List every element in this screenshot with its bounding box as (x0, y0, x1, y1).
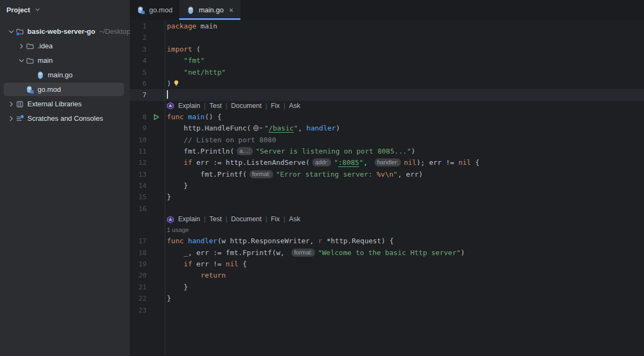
ai-actions: Explain|Test|Document|Fix|Ask (165, 101, 644, 111)
code-line-content[interactable]: ) (165, 78, 644, 89)
code-token (167, 260, 184, 268)
code-line-content[interactable]: http.HandleFunc("/basic", handler) (165, 122, 644, 134)
code-token: "Error starting server: (276, 170, 377, 178)
code-token: } (167, 294, 171, 302)
parameter-hint: format: (250, 170, 273, 178)
code-token: "fmt" (184, 56, 204, 64)
code-token: , (298, 124, 306, 132)
project-panel-header[interactable]: Project (0, 0, 130, 19)
code-line-content[interactable]: _, err := fmt.Fprintf(w, format:"Welcome… (165, 247, 644, 258)
code-token: "Welcome to the basic Http server" (318, 249, 460, 257)
code-line-content[interactable]: fmt.Printf(format:"Error starting server… (165, 169, 644, 180)
close-icon[interactable]: × (229, 6, 233, 14)
code-token: err != (192, 260, 226, 268)
ai-action-explain[interactable]: Explain (177, 214, 201, 224)
ai-action-ask[interactable]: Ask (288, 214, 302, 224)
code-line-content[interactable]: return (165, 270, 644, 281)
ai-action-document[interactable]: Document (230, 214, 262, 224)
gutter-cell (130, 214, 165, 224)
code-line-content[interactable]: import ( (165, 43, 644, 55)
code-token (184, 113, 188, 121)
ai-action-test[interactable]: Test (208, 101, 223, 111)
code-line-content[interactable] (165, 32, 644, 43)
code-token: *http.Request) { (323, 237, 394, 245)
tree-item-basic-web-server-go[interactable]: basic-web-server-go~/Desktop (0, 24, 130, 39)
tab-main-go[interactable]: main.go× (179, 0, 240, 20)
go-file-icon (186, 6, 195, 14)
tree-item-scratches-and-consoles[interactable]: Scratches and Consoles (0, 111, 130, 126)
code-line-content[interactable]: fmt.Println(a…:"Server is listening on p… (165, 146, 644, 157)
chevron-down-icon[interactable] (17, 56, 26, 65)
code-line-content[interactable]: } (165, 191, 644, 202)
code-line-content[interactable] (165, 203, 644, 214)
code-token: } (167, 181, 188, 190)
line-number: 7 (130, 89, 165, 100)
code-line-content[interactable]: } (165, 281, 644, 293)
tree-item-main-go[interactable]: main.go (0, 68, 130, 82)
code-line-content[interactable]: } (165, 180, 644, 191)
code-line-content[interactable]: if err != nil { (165, 258, 644, 270)
tab-go-mod[interactable]: go.mod (130, 0, 179, 20)
code-line: 12 if err := http.ListenAndServe(addr:":… (130, 157, 644, 168)
code-line-content[interactable]: // Listen on port 8080 (165, 134, 644, 146)
ai-assistant-icon (167, 216, 174, 223)
code-line-content[interactable]: "fmt" (165, 55, 644, 66)
code-line-content[interactable]: func handler(w http.ResponseWriter, r *h… (165, 235, 644, 246)
code-token: } (167, 193, 171, 201)
code-line: 6) (130, 78, 644, 89)
code-line-content[interactable]: package main (165, 20, 644, 32)
tree-item-main[interactable]: main (0, 53, 130, 68)
ai-action-explain[interactable]: Explain (177, 101, 201, 111)
folder-icon (26, 56, 34, 65)
chevron-down-icon[interactable] (6, 27, 16, 36)
code-token: if (184, 158, 192, 166)
code-token: (w http.ResponseWriter, (217, 237, 318, 245)
ide-window: Project basic-web-server-go~/Desktop.ide… (0, 0, 644, 356)
code-token: nil (226, 260, 238, 268)
chevron-right-icon[interactable] (6, 100, 16, 108)
code-line-content[interactable]: func main() { (165, 111, 644, 122)
ai-action-ask[interactable]: Ask (288, 101, 302, 111)
code-token: /basic (268, 124, 294, 132)
code-line-content[interactable]: "net/http" (165, 67, 644, 78)
line-number: 11 (130, 146, 165, 157)
code-token (167, 68, 184, 76)
code-token (167, 136, 184, 144)
ai-action-separator: | (262, 214, 269, 224)
ai-action-separator: | (262, 101, 269, 111)
folder-icon (26, 42, 34, 50)
code-line-content[interactable]: } (165, 293, 644, 304)
project-panel: Project basic-web-server-go~/Desktop.ide… (0, 0, 130, 356)
ai-action-fix[interactable]: Fix (270, 214, 281, 224)
tree-item-go-mod[interactable]: go.mod (0, 82, 130, 97)
go-mod-icon (26, 85, 34, 94)
code-line: 2 (130, 32, 644, 43)
chevron-right-icon[interactable] (6, 114, 16, 123)
code-editor[interactable]: 1package main23import (4 "fmt"5 "net/htt… (130, 20, 644, 356)
tab-label: go.mod (149, 6, 172, 14)
code-token (167, 158, 184, 166)
tree-item-label: basic-web-server-go (27, 27, 95, 35)
url-globe-icon[interactable] (253, 125, 263, 132)
code-lines: 1package main23import (4 "fmt"5 "net/htt… (130, 20, 644, 316)
tree-item-external-libraries[interactable]: External Libraries (0, 97, 130, 111)
tree-item-path: ~/Desktop (99, 27, 130, 35)
line-number: 22 (130, 293, 165, 304)
chevron-right-icon[interactable] (17, 42, 26, 50)
ai-action-test[interactable]: Test (208, 214, 223, 224)
usage-hint[interactable]: 1 usage (165, 224, 644, 235)
code-token: { (471, 158, 480, 166)
chevron-down-icon[interactable] (34, 6, 41, 13)
ai-action-document[interactable]: Document (230, 101, 262, 111)
code-line-content[interactable] (165, 304, 644, 316)
code-token: handler (188, 237, 217, 245)
line-number: 21 (130, 281, 165, 293)
tree-item-idea[interactable]: .idea (0, 39, 130, 53)
code-line: 14 } (130, 180, 644, 191)
ai-action-fix[interactable]: Fix (270, 101, 281, 111)
code-line-content[interactable] (165, 89, 644, 100)
tree-item-label: go.mod (38, 85, 61, 93)
code-line-content[interactable]: if err := http.ListenAndServe(addr:":808… (165, 157, 644, 168)
code-token: http.HandleFunc( (167, 124, 251, 132)
intention-bulb-icon[interactable] (173, 79, 180, 87)
